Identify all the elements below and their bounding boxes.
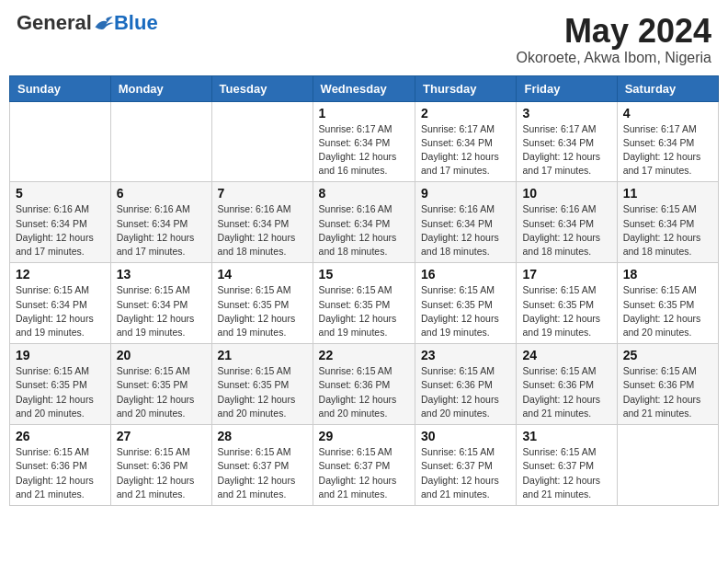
day-number: 17 xyxy=(522,267,610,282)
calendar-week-row: 12Sunrise: 6:15 AM Sunset: 6:34 PM Dayli… xyxy=(10,263,719,344)
day-number: 27 xyxy=(117,429,206,443)
day-number: 8 xyxy=(319,186,409,201)
day-number: 4 xyxy=(623,106,712,121)
table-row: 9Sunrise: 6:16 AM Sunset: 6:34 PM Daylig… xyxy=(415,182,517,263)
day-info: Sunrise: 6:15 AM Sunset: 6:36 PM Dayligh… xyxy=(522,364,610,420)
day-info: Sunrise: 6:15 AM Sunset: 6:37 PM Dayligh… xyxy=(421,445,510,501)
table-row: 14Sunrise: 6:15 AM Sunset: 6:35 PM Dayli… xyxy=(211,263,313,344)
calendar-week-row: 1Sunrise: 6:17 AM Sunset: 6:34 PM Daylig… xyxy=(10,101,719,182)
day-number: 26 xyxy=(16,429,105,443)
table-row: 10Sunrise: 6:16 AM Sunset: 6:34 PM Dayli… xyxy=(517,182,617,263)
day-number: 13 xyxy=(117,267,206,282)
table-row: 20Sunrise: 6:15 AM Sunset: 6:35 PM Dayli… xyxy=(110,344,211,425)
table-row: 21Sunrise: 6:15 AM Sunset: 6:35 PM Dayli… xyxy=(211,344,313,425)
day-number: 2 xyxy=(421,106,510,121)
day-info: Sunrise: 6:17 AM Sunset: 6:34 PM Dayligh… xyxy=(421,122,510,178)
day-number: 18 xyxy=(623,267,712,282)
day-info: Sunrise: 6:15 AM Sunset: 6:35 PM Dayligh… xyxy=(421,283,510,339)
table-row: 15Sunrise: 6:15 AM Sunset: 6:35 PM Dayli… xyxy=(313,263,415,344)
day-number: 15 xyxy=(319,267,409,282)
day-number: 1 xyxy=(319,106,409,121)
table-row: 8Sunrise: 6:16 AM Sunset: 6:34 PM Daylig… xyxy=(313,182,415,263)
day-info: Sunrise: 6:15 AM Sunset: 6:35 PM Dayligh… xyxy=(319,283,409,339)
header-tuesday: Tuesday xyxy=(211,75,313,101)
table-row: 16Sunrise: 6:15 AM Sunset: 6:35 PM Dayli… xyxy=(415,263,517,344)
day-info: Sunrise: 6:15 AM Sunset: 6:37 PM Dayligh… xyxy=(218,445,307,501)
header-saturday: Saturday xyxy=(617,75,718,101)
table-row: 13Sunrise: 6:15 AM Sunset: 6:34 PM Dayli… xyxy=(110,263,211,344)
day-number: 28 xyxy=(218,429,307,443)
logo-general-text: General xyxy=(17,13,92,33)
table-row: 26Sunrise: 6:15 AM Sunset: 6:36 PM Dayli… xyxy=(10,425,111,506)
table-row xyxy=(10,101,111,182)
day-info: Sunrise: 6:15 AM Sunset: 6:36 PM Dayligh… xyxy=(319,364,409,420)
day-number: 16 xyxy=(421,267,510,282)
day-info: Sunrise: 6:16 AM Sunset: 6:34 PM Dayligh… xyxy=(421,202,510,259)
table-row: 12Sunrise: 6:15 AM Sunset: 6:34 PM Dayli… xyxy=(10,263,111,344)
table-row: 5Sunrise: 6:16 AM Sunset: 6:34 PM Daylig… xyxy=(10,182,111,263)
table-row: 4Sunrise: 6:17 AM Sunset: 6:34 PM Daylig… xyxy=(617,101,718,182)
day-info: Sunrise: 6:15 AM Sunset: 6:34 PM Dayligh… xyxy=(623,202,712,259)
table-row: 28Sunrise: 6:15 AM Sunset: 6:37 PM Dayli… xyxy=(211,425,313,506)
header-friday: Friday xyxy=(517,75,617,101)
day-info: Sunrise: 6:15 AM Sunset: 6:35 PM Dayligh… xyxy=(16,364,105,420)
day-info: Sunrise: 6:16 AM Sunset: 6:34 PM Dayligh… xyxy=(319,202,409,259)
table-row: 3Sunrise: 6:17 AM Sunset: 6:34 PM Daylig… xyxy=(517,101,617,182)
day-number: 23 xyxy=(421,348,510,362)
day-info: Sunrise: 6:15 AM Sunset: 6:34 PM Dayligh… xyxy=(16,283,105,339)
calendar-week-row: 19Sunrise: 6:15 AM Sunset: 6:35 PM Dayli… xyxy=(10,344,719,425)
day-info: Sunrise: 6:15 AM Sunset: 6:37 PM Dayligh… xyxy=(522,445,610,501)
day-info: Sunrise: 6:16 AM Sunset: 6:34 PM Dayligh… xyxy=(16,202,105,259)
calendar-table: Sunday Monday Tuesday Wednesday Thursday… xyxy=(9,75,719,506)
day-info: Sunrise: 6:16 AM Sunset: 6:34 PM Dayligh… xyxy=(117,202,206,259)
day-number: 31 xyxy=(522,429,610,443)
day-info: Sunrise: 6:15 AM Sunset: 6:36 PM Dayligh… xyxy=(421,364,510,420)
day-number: 21 xyxy=(218,348,307,362)
calendar-header-row: Sunday Monday Tuesday Wednesday Thursday… xyxy=(10,75,719,101)
table-row: 1Sunrise: 6:17 AM Sunset: 6:34 PM Daylig… xyxy=(313,101,415,182)
day-number: 12 xyxy=(16,267,105,282)
header-wednesday: Wednesday xyxy=(313,75,415,101)
table-row: 18Sunrise: 6:15 AM Sunset: 6:35 PM Dayli… xyxy=(617,263,718,344)
day-number: 11 xyxy=(623,186,712,201)
table-row: 2Sunrise: 6:17 AM Sunset: 6:34 PM Daylig… xyxy=(415,101,517,182)
header-sunday: Sunday xyxy=(10,75,111,101)
day-number: 14 xyxy=(218,267,307,282)
day-info: Sunrise: 6:15 AM Sunset: 6:35 PM Dayligh… xyxy=(522,283,610,339)
day-info: Sunrise: 6:15 AM Sunset: 6:36 PM Dayligh… xyxy=(16,445,105,501)
logo-blue-text: Blue xyxy=(114,13,158,33)
table-row: 27Sunrise: 6:15 AM Sunset: 6:36 PM Dayli… xyxy=(110,425,211,506)
header-thursday: Thursday xyxy=(415,75,517,101)
day-info: Sunrise: 6:15 AM Sunset: 6:35 PM Dayligh… xyxy=(117,364,206,420)
day-number: 25 xyxy=(623,348,712,362)
day-number: 22 xyxy=(319,348,409,362)
table-row: 17Sunrise: 6:15 AM Sunset: 6:35 PM Dayli… xyxy=(517,263,617,344)
day-info: Sunrise: 6:17 AM Sunset: 6:34 PM Dayligh… xyxy=(319,122,409,178)
table-row: 31Sunrise: 6:15 AM Sunset: 6:37 PM Dayli… xyxy=(517,425,617,506)
day-number: 6 xyxy=(117,186,206,201)
title-block: May 2024 Okoroete, Akwa Ibom, Nigeria xyxy=(516,13,711,66)
table-row xyxy=(211,101,313,182)
table-row: 19Sunrise: 6:15 AM Sunset: 6:35 PM Dayli… xyxy=(10,344,111,425)
table-row: 24Sunrise: 6:15 AM Sunset: 6:36 PM Dayli… xyxy=(517,344,617,425)
day-number: 9 xyxy=(421,186,510,201)
day-number: 19 xyxy=(16,348,105,362)
table-row xyxy=(110,101,211,182)
day-number: 20 xyxy=(117,348,206,362)
day-info: Sunrise: 6:15 AM Sunset: 6:36 PM Dayligh… xyxy=(117,445,206,501)
table-row xyxy=(617,425,718,506)
page-header: General Blue May 2024 Okoroete, Akwa Ibo… xyxy=(9,9,719,70)
day-number: 29 xyxy=(319,429,409,443)
day-info: Sunrise: 6:17 AM Sunset: 6:34 PM Dayligh… xyxy=(623,122,712,178)
day-number: 5 xyxy=(16,186,105,201)
table-row: 29Sunrise: 6:15 AM Sunset: 6:37 PM Dayli… xyxy=(313,425,415,506)
table-row: 7Sunrise: 6:16 AM Sunset: 6:34 PM Daylig… xyxy=(211,182,313,263)
table-row: 6Sunrise: 6:16 AM Sunset: 6:34 PM Daylig… xyxy=(110,182,211,263)
day-info: Sunrise: 6:16 AM Sunset: 6:34 PM Dayligh… xyxy=(522,202,610,259)
table-row: 22Sunrise: 6:15 AM Sunset: 6:36 PM Dayli… xyxy=(313,344,415,425)
table-row: 23Sunrise: 6:15 AM Sunset: 6:36 PM Dayli… xyxy=(415,344,517,425)
location-subtitle: Okoroete, Akwa Ibom, Nigeria xyxy=(516,50,711,66)
day-number: 3 xyxy=(522,106,610,121)
day-info: Sunrise: 6:16 AM Sunset: 6:34 PM Dayligh… xyxy=(218,202,307,259)
logo-bird-icon xyxy=(94,15,114,31)
